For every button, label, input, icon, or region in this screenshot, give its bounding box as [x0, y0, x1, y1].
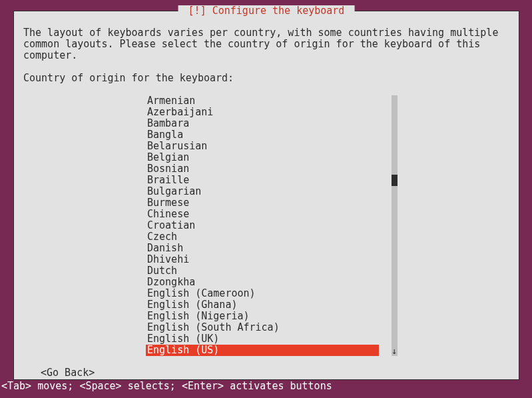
dialog-frame: [!] Configure the keyboard The layout of…	[13, 11, 519, 380]
list-item[interactable]: Dhivehi	[146, 254, 386, 265]
list-item[interactable]: Bangla	[146, 129, 386, 141]
list-item[interactable]: Bulgarian	[146, 186, 386, 197]
list-item[interactable]: Burmese	[146, 197, 386, 209]
dialog-title: [!] Configure the keyboard	[178, 5, 355, 17]
footer-hint: <Tab> moves; <Space> selects; <Enter> ac…	[1, 381, 332, 392]
scroll-down-arrow[interactable]: ↓	[392, 345, 398, 357]
list-item[interactable]: English (US)	[146, 345, 379, 356]
go-back-button[interactable]: <Go Back>	[41, 367, 509, 379]
list-item[interactable]: English (Ghana)	[146, 299, 386, 311]
list-item[interactable]: English (South Africa)	[146, 322, 386, 333]
list-item[interactable]: Dutch	[146, 265, 386, 277]
list-item[interactable]: English (Nigeria)	[146, 311, 386, 322]
list-item[interactable]: Belgian	[146, 152, 386, 163]
instruction-text: The layout of keyboards varies per count…	[23, 27, 509, 61]
list-item[interactable]: Chinese	[146, 209, 386, 220]
list-item[interactable]: Danish	[146, 243, 386, 254]
dialog-content: The layout of keyboards varies per count…	[14, 11, 519, 388]
list-item[interactable]: Braille	[146, 175, 386, 186]
scroll-track[interactable]	[392, 95, 398, 356]
prompt-label: Country of origin for the keyboard:	[23, 73, 509, 84]
list-item[interactable]: Armenian	[146, 95, 386, 107]
list-item[interactable]: Belarusian	[146, 141, 386, 152]
list-item[interactable]: Dzongkha	[146, 277, 386, 288]
list-item[interactable]: Croatian	[146, 220, 386, 231]
list-item[interactable]: English (Cameroon)	[146, 288, 386, 299]
list-item[interactable]: Azerbaijani	[146, 107, 386, 118]
keyboard-country-list[interactable]: ↑ ↓ ArmenianAzerbaijaniBambaraBanglaBela…	[146, 95, 386, 356]
list-item[interactable]: Bosnian	[146, 163, 386, 175]
scroll-thumb[interactable]	[392, 175, 398, 186]
list-item[interactable]: Bambara	[146, 118, 386, 129]
list-item[interactable]: English (UK)	[146, 333, 386, 345]
list-item[interactable]: Czech	[146, 231, 386, 243]
